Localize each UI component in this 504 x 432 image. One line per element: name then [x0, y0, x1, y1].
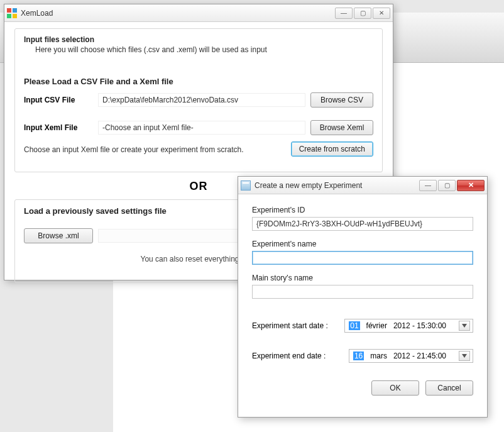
story-name-label: Main story's name [252, 274, 473, 282]
maximize-button[interactable]: ▢ [354, 8, 371, 19]
end-rest[interactable]: 2012 - 21:45:00 [393, 352, 446, 360]
dialog-title: Create a new empty Experiment [255, 181, 419, 190]
csv-label: Input CSV File [24, 96, 93, 104]
dialog-close-button[interactable]: ✕ [457, 180, 485, 191]
app-icon [7, 8, 17, 18]
start-rest[interactable]: 2012 - 15:30:00 [393, 321, 446, 330]
xemload-title: XemLoad [21, 9, 335, 18]
end-day[interactable]: 16 [353, 352, 364, 360]
create-from-scratch-button[interactable]: Create from scratch [291, 141, 373, 157]
minimize-button[interactable]: — [335, 8, 353, 19]
start-month[interactable]: février [366, 321, 387, 330]
exp-id-label: Experiment's ID [252, 206, 473, 214]
start-date-picker[interactable]: 01 février 2012 - 15:30:00 [344, 319, 473, 333]
start-date-dropdown-icon[interactable] [459, 321, 470, 331]
ok-button[interactable]: OK [371, 380, 419, 396]
dialog-icon [241, 180, 251, 191]
csv-path-input[interactable] [98, 93, 305, 107]
create-experiment-dialog: Create a new empty Experiment — ▢ ✕ Expe… [238, 176, 488, 418]
browse-csv-button[interactable]: Browse CSV [310, 92, 373, 108]
end-date-label: Experiment end date : [252, 352, 342, 360]
load-heading: Please Load a CSV File and a Xeml file [24, 77, 373, 86]
story-name-field[interactable] [252, 285, 473, 299]
dialog-titlebar[interactable]: Create a new empty Experiment — ▢ ✕ [238, 177, 487, 194]
xeml-hint: Choose an input Xeml file or create your… [24, 145, 286, 154]
browse-xeml-button[interactable]: Browse Xeml [310, 120, 373, 135]
end-month[interactable]: mars [370, 352, 387, 360]
xeml-path-input[interactable] [98, 121, 305, 135]
xemload-titlebar[interactable]: XemLoad — ▢ ✕ [4, 4, 393, 22]
close-button[interactable]: ✕ [373, 8, 390, 19]
exp-name-label: Experiment's name [252, 240, 473, 248]
start-day[interactable]: 01 [349, 321, 359, 330]
input-files-group: Input files selection Here you will choo… [14, 28, 383, 172]
end-date-picker[interactable]: 16 mars 2012 - 21:45:00 [349, 349, 473, 363]
group-title: Input files selection [24, 35, 373, 44]
start-date-label: Experiment start date : [252, 321, 338, 330]
group-subtitle: Here you will choose which files (.csv a… [35, 45, 373, 54]
xeml-label: Input Xeml File [24, 123, 93, 132]
exp-id-field[interactable] [252, 217, 473, 231]
browse-xml-button[interactable]: Browse .xml [24, 228, 93, 243]
dialog-maximize-button[interactable]: ▢ [438, 180, 456, 191]
cancel-button[interactable]: Cancel [425, 380, 473, 396]
dialog-minimize-button[interactable]: — [419, 180, 437, 191]
exp-name-field[interactable] [252, 251, 473, 265]
end-date-dropdown-icon[interactable] [459, 351, 470, 361]
